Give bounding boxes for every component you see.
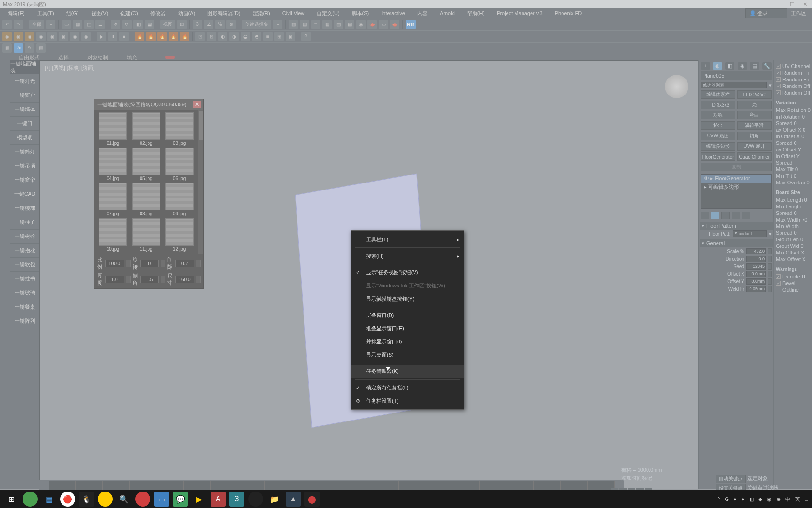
taskbar-explorer-icon[interactable]: ▤	[41, 492, 56, 507]
btn-extrude[interactable]: 挤出	[701, 121, 735, 130]
pattern-thumb[interactable]: 08.jpg	[131, 183, 162, 216]
seed-spinner[interactable]	[768, 263, 772, 270]
modifier-list-dd[interactable]: 修改器列表	[701, 82, 767, 88]
pattern-thumb[interactable]: 06.jpg	[164, 148, 195, 181]
tool-btn-x[interactable]: ▾	[46, 20, 55, 29]
rotate-icon[interactable]: ⟳	[122, 20, 132, 29]
btn-chamfer[interactable]: 切角	[737, 132, 772, 140]
lasso-icon[interactable]: ◫	[84, 20, 94, 29]
autokey-button[interactable]: 自动关键点	[716, 475, 746, 483]
rot-field[interactable]	[140, 260, 159, 267]
direction-input[interactable]: 0.0	[746, 256, 766, 262]
pattern-thumb[interactable]: 11.jpg	[131, 218, 162, 252]
taskbar-app2-icon[interactable]	[98, 492, 113, 507]
board-param[interactable]: Spread 0	[774, 230, 812, 236]
menu-script[interactable]: 脚本(S)	[349, 10, 372, 17]
misc9-icon[interactable]: ◉	[286, 32, 295, 41]
sidebar-item-cad[interactable]: 一键CAD	[10, 187, 39, 201]
btn-bend[interactable]: 弯曲	[737, 111, 772, 119]
viewport-label[interactable]: [+] [透视] [标准] [边面]	[45, 64, 94, 71]
taskbar-record-icon[interactable]: ⬤	[304, 492, 320, 507]
gap-field[interactable]	[175, 260, 194, 267]
btn-editvertex[interactable]: 编辑体素栏	[701, 90, 735, 99]
taskbar-search-icon[interactable]: 🔍	[117, 492, 132, 507]
offsetx-input[interactable]: 0.0mm	[746, 271, 766, 277]
modifier-stack[interactable]: 👁 ▸ FloorGenerator ▸ 可编辑多边形	[701, 174, 772, 209]
btn-reset[interactable]: 复制	[701, 163, 772, 171]
menu-grapheditors[interactable]: 图形编辑器(D)	[204, 10, 243, 17]
select-region-icon[interactable]: ▦	[73, 20, 82, 29]
ribbon-3[interactable]: ✎	[25, 43, 34, 53]
misc1-icon[interactable]: ⊡	[195, 32, 205, 41]
taskbar-edge-icon[interactable]	[23, 492, 38, 507]
variation-param[interactable]: ax Offset X 0	[774, 127, 812, 133]
subtab-toggle[interactable]	[165, 56, 175, 59]
taskbar-app6-icon[interactable]: ▲	[286, 492, 301, 507]
tab-utils-icon[interactable]: 🔧	[762, 62, 772, 70]
offsety-input[interactable]: 0.0mm	[746, 278, 766, 285]
btn-symmetry[interactable]: 对称	[701, 111, 735, 119]
fire2-icon[interactable]: 🔥	[146, 32, 156, 41]
curve-editor-icon[interactable]: ▧	[334, 20, 343, 29]
extrude-check[interactable]: Extrude H	[782, 274, 805, 279]
pin-stack-icon[interactable]	[701, 212, 709, 219]
sidebar-item-wall[interactable]: 一键墙体	[10, 103, 39, 117]
pattern-thumb[interactable]: 01.jpg	[97, 112, 129, 146]
misc7-icon[interactable]: ≡	[263, 32, 273, 41]
taskbar-wechat-icon[interactable]: 💬	[173, 492, 188, 507]
taskbar-app4-icon[interactable]: ▭	[154, 492, 169, 507]
menu-custom[interactable]: 自定义(U)	[314, 10, 342, 17]
sel-set-dd-icon[interactable]: ▾	[273, 20, 282, 29]
taskbar-3dsmax-icon[interactable]: 3	[229, 492, 244, 507]
tray-icon[interactable]: ⊕	[776, 496, 781, 502]
menu-create[interactable]: 创建(C)	[117, 10, 141, 17]
schematic-icon[interactable]: ▨	[345, 20, 354, 29]
menu-pm[interactable]: Project Manager v.3	[494, 10, 546, 16]
ctx-item[interactable]: 工具栏(T)▸	[351, 233, 464, 246]
board-param[interactable]: Grout Len 0	[774, 236, 812, 243]
ctx-item[interactable]: 堆叠显示窗口(E)	[351, 322, 464, 335]
taskbar-chrome-icon[interactable]: 🔴	[60, 492, 75, 507]
variation-param[interactable]: Max Rotation 0	[774, 107, 812, 113]
tray-icon[interactable]: ◧	[749, 496, 754, 502]
rb-button[interactable]: RB	[406, 20, 416, 29]
help-icon[interactable]: ?	[301, 32, 311, 41]
menu-interactive[interactable]: Interactive	[378, 10, 408, 16]
variation-param[interactable]: in Rotation 0	[774, 113, 812, 120]
btn-editpoly[interactable]: 编辑多边形	[701, 142, 735, 151]
pivot-icon[interactable]: ⊡	[177, 20, 187, 29]
uv-channel-check[interactable]: UV Channel 1	[782, 64, 812, 69]
misc8-icon[interactable]: ⊞	[274, 32, 284, 41]
tray-icon[interactable]: ◆	[758, 496, 762, 502]
pattern-thumb[interactable]: 10.jpg	[97, 218, 129, 252]
start-button[interactable]: ⊞	[4, 492, 19, 507]
make-unique-icon[interactable]	[721, 212, 730, 219]
misc4-icon[interactable]: ◑	[229, 32, 239, 41]
tray-icon[interactable]: 英	[795, 496, 800, 503]
variation-param[interactable]: Spread 0	[774, 140, 812, 146]
seed-input[interactable]: 12345	[746, 263, 766, 270]
misc3-icon[interactable]: ◐	[218, 32, 227, 41]
rot-spin[interactable]	[161, 260, 165, 267]
named-sel-set[interactable]: 创建选择集	[242, 20, 271, 29]
window-controls[interactable]: —☐✕	[776, 0, 812, 8]
t2-5[interactable]: ◉	[47, 32, 57, 41]
btn-floorgen[interactable]: FloorGenerator	[701, 152, 735, 161]
ref-coord[interactable]: 视图	[160, 20, 175, 29]
menu-content[interactable]: 内容	[414, 10, 430, 17]
board-param[interactable]: Grout Wid 0	[774, 243, 812, 249]
btn-ffd333[interactable]: FFD 3x3x3	[701, 101, 735, 109]
tray-icon[interactable]: ◉	[767, 496, 772, 502]
misc2-icon[interactable]: ⊡	[207, 32, 216, 41]
ctx-item[interactable]: 层叠窗口(D)	[351, 309, 464, 322]
tab-display-icon[interactable]: ▤	[750, 62, 759, 70]
align-icon[interactable]: ▤	[300, 20, 309, 29]
scale-icon[interactable]: ◧	[133, 20, 143, 29]
sidebar-item-downlight[interactable]: 一键筒灯	[10, 145, 39, 159]
direction-spinner[interactable]	[768, 256, 772, 262]
variation-param[interactable]: in Offset Y	[774, 153, 812, 159]
size-field[interactable]	[175, 276, 194, 283]
tab-motion-icon[interactable]: ◉	[738, 62, 747, 70]
board-param[interactable]: Max Offset X	[774, 256, 812, 262]
bevel-spin[interactable]	[161, 276, 165, 283]
